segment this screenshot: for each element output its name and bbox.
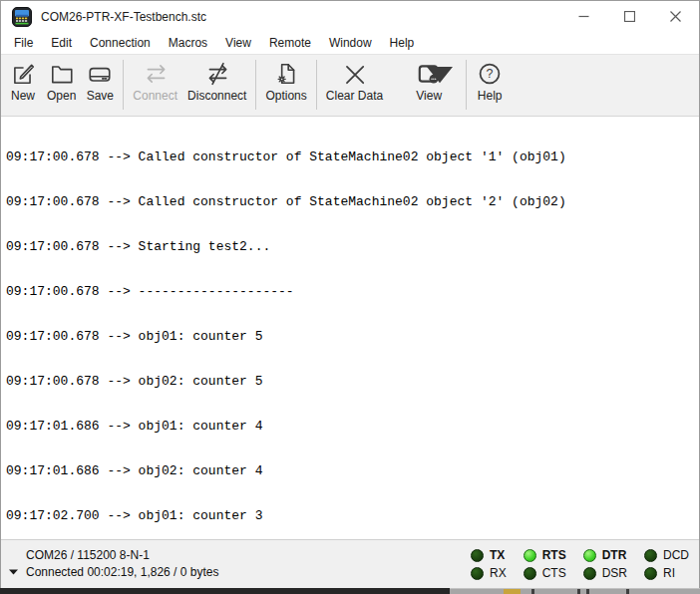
title-bar: COM26-PTR-XF-Testbench.stc (1, 1, 699, 32)
toolbar-button-label: View (416, 89, 442, 103)
open-button[interactable]: Open (42, 55, 81, 116)
led-icon (471, 567, 484, 580)
view-icon (416, 61, 442, 87)
close-button[interactable] (652, 1, 698, 32)
menu-bar: File Edit Connection Macros View Remote … (1, 32, 699, 54)
menu-item-help[interactable]: Help (381, 33, 424, 53)
app-icon (12, 7, 32, 27)
led-icon (524, 567, 536, 580)
log-line: 09:17:00.678 --> Called constructor of S… (6, 149, 699, 164)
led-label: TX (490, 548, 505, 562)
log-line: 09:17:00.678 --> Called constructor of S… (6, 194, 699, 209)
menu-item-remote[interactable]: Remote (260, 33, 320, 53)
chevron-down-icon (427, 62, 453, 88)
toolbar-button-label: Clear Data (326, 89, 383, 103)
connect-button[interactable]: Connect (128, 55, 182, 116)
indicator-dtr: DTR (583, 548, 627, 562)
toolbar-separator (123, 60, 124, 110)
toolbar-separator (255, 60, 256, 110)
menu-item-macros[interactable]: Macros (160, 33, 216, 53)
log-line: 09:17:00.678 --> obj01: counter 5 (6, 329, 699, 344)
led-icon (644, 567, 657, 580)
indicator-rx: RX (471, 566, 507, 580)
svg-text:?: ? (487, 67, 494, 81)
window-title: COM26-PTR-XF-Testbench.stc (41, 10, 560, 24)
toolbar-button-label: Options (265, 89, 306, 103)
led-label: DTR (602, 548, 627, 562)
status-connection-info: COM26 / 115200 8-N-1 Connected 00:02:19,… (9, 547, 218, 581)
indicator-cts: CTS (524, 566, 566, 580)
led-icon (524, 549, 536, 562)
new-document-icon (10, 61, 36, 87)
log-line: 09:17:00.678 --> Starting test2... (6, 239, 699, 254)
app-window: COM26-PTR-XF-Testbench.stc File Edit Con… (0, 0, 700, 588)
toolbar-button-label: New (11, 89, 35, 103)
indicator-ri: RI (644, 566, 689, 580)
menu-item-connection[interactable]: Connection (81, 33, 160, 53)
led-icon (583, 567, 596, 580)
toolbar-button-label: Connect (133, 89, 177, 103)
led-label: DSR (602, 566, 627, 580)
log-line: 09:17:00.678 --> obj02: counter 5 (6, 374, 699, 389)
status-expand-arrow-icon[interactable] (9, 561, 18, 567)
led-icon (644, 549, 657, 562)
menu-item-view[interactable]: View (216, 33, 260, 53)
options-gear-icon (273, 61, 299, 87)
toolbar-separator (316, 60, 317, 110)
indicator-dcd: DCD (644, 548, 689, 562)
status-port-settings: COM26 / 115200 8-N-1 (26, 547, 218, 564)
toolbar-button-label: Open (47, 89, 76, 103)
status-session-stats: Connected 00:02:19, 1,826 / 0 bytes (26, 564, 218, 581)
new-button[interactable]: New (4, 55, 42, 116)
toolbar-separator (466, 60, 467, 110)
options-button[interactable]: Options (260, 55, 311, 116)
led-label: RX (490, 566, 507, 580)
led-label: DCD (663, 548, 689, 562)
toolbar-button-label: Disconnect (187, 89, 246, 103)
disconnect-icon (204, 61, 230, 87)
menu-item-window[interactable]: Window (320, 33, 381, 53)
view-button[interactable]: View (410, 55, 448, 116)
indicator-rts: RTS (524, 548, 566, 562)
led-label: RTS (542, 548, 566, 562)
terminal-log[interactable]: 09:17:00.678 --> Called constructor of S… (1, 117, 699, 539)
connect-icon (143, 61, 169, 87)
menu-item-edit[interactable]: Edit (42, 33, 81, 53)
save-button[interactable]: Save (81, 55, 119, 116)
toolbar: New Open Save (1, 54, 699, 117)
indicator-tx: TX (471, 548, 507, 562)
clear-data-button[interactable]: Clear Data (321, 55, 388, 116)
led-icon (583, 549, 596, 562)
toolbar-button-label: Save (87, 89, 114, 103)
log-line: 09:17:01.686 --> obj01: counter 4 (6, 419, 699, 434)
background-behind-window (0, 588, 700, 594)
led-label: RI (663, 566, 675, 580)
caption-buttons (560, 1, 698, 32)
log-line: 09:17:01.686 --> obj02: counter 4 (6, 463, 699, 478)
disconnect-button[interactable]: Disconnect (182, 55, 251, 116)
clear-data-x-icon (341, 61, 367, 87)
status-bar: COM26 / 115200 8-N-1 Connected 00:02:19,… (1, 539, 699, 588)
log-line: 09:17:00.678 --> -------------------- (6, 284, 699, 299)
save-drive-icon (87, 61, 113, 87)
help-button[interactable]: ? Help (471, 55, 509, 116)
help-icon: ? (477, 61, 503, 87)
menu-item-file[interactable]: File (5, 33, 42, 53)
led-icon (471, 549, 484, 562)
minimize-button[interactable] (560, 1, 606, 32)
open-folder-icon (49, 61, 75, 87)
indicator-dsr: DSR (583, 566, 627, 580)
log-line: 09:17:02.700 --> obj01: counter 3 (6, 508, 699, 523)
maximize-button[interactable] (606, 1, 652, 32)
led-label: CTS (542, 566, 566, 580)
signal-indicators: TX RTS DTR DCD RX CTS (471, 548, 689, 580)
toolbar-button-label: Help (478, 89, 503, 103)
